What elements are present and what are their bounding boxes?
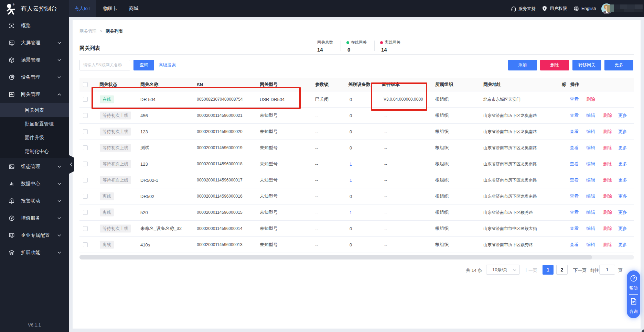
svg-text:®: ® bbox=[13, 3, 15, 6]
